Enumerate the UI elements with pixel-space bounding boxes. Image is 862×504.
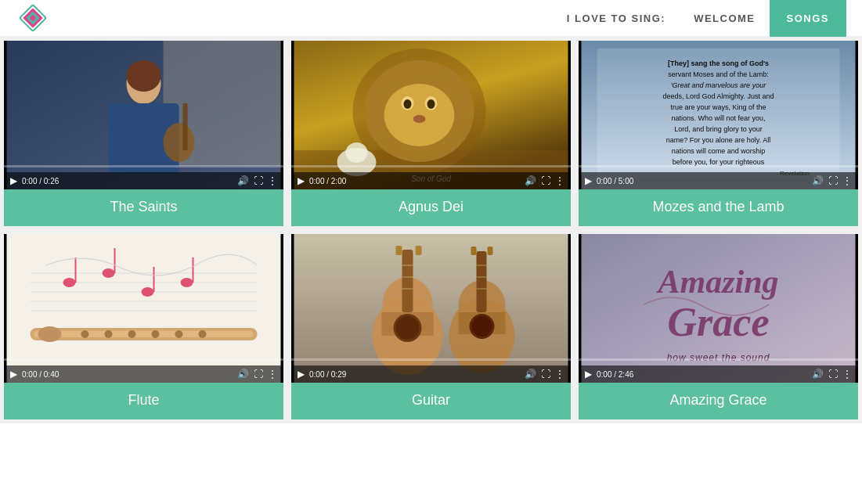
- volume-flute[interactable]: 🔊: [237, 369, 249, 380]
- title-flute: Flute: [4, 383, 283, 419]
- nav-links: I LOVE TO SING: WELCOME SONGS: [553, 0, 846, 37]
- card-mozes: [They] sang the song of God's servant Mo…: [579, 41, 858, 226]
- play-saints[interactable]: ▶: [10, 175, 17, 186]
- progress-bg-guitar: [291, 358, 571, 361]
- controls-flute[interactable]: ▶ 0:00 / 0:40 🔊 ⛶ ⋮: [4, 365, 283, 383]
- svg-point-56: [152, 330, 160, 338]
- svg-rect-81: [471, 247, 477, 255]
- svg-rect-71: [416, 246, 422, 255]
- card-amazing-grace: Amazing Grace how sweet the sound ▶ 0:00…: [579, 234, 858, 419]
- svg-point-9: [164, 123, 195, 162]
- volume-amazing[interactable]: 🔊: [812, 369, 824, 380]
- video-agnus-dei[interactable]: Son of God ▶ 0:00 / 2:00 🔊 ⛶ ⋮: [291, 41, 571, 189]
- nav-welcome[interactable]: WELCOME: [680, 13, 769, 24]
- video-mozes[interactable]: [They] sang the song of God's servant Mo…: [579, 41, 858, 189]
- volume-mozes[interactable]: 🔊: [812, 175, 824, 186]
- fullscreen-amazing[interactable]: ⛶: [828, 369, 838, 380]
- more-saints[interactable]: ⋮: [268, 175, 277, 186]
- play-guitar[interactable]: ▶: [298, 369, 305, 380]
- svg-text:true are your ways, King of th: true are your ways, King of the: [670, 103, 766, 111]
- controls-saints[interactable]: ▶ 0:00 / 0:26 🔊 ⛶ ⋮: [4, 172, 283, 189]
- progress-bg-agnus: [291, 165, 571, 167]
- svg-point-53: [81, 330, 89, 338]
- navigation: I LOVE TO SING: WELCOME SONGS: [0, 0, 862, 37]
- svg-point-20: [413, 115, 426, 123]
- svg-text:Grace: Grace: [668, 300, 770, 344]
- svg-text:Lord, and bring glory to your: Lord, and bring glory to your: [674, 125, 763, 133]
- more-amazing[interactable]: ⋮: [842, 369, 852, 380]
- svg-text:Amazing: Amazing: [655, 264, 778, 300]
- nav-songs[interactable]: SONGS: [770, 0, 846, 37]
- svg-text:nations. Who will not fear you: nations. Who will not fear you,: [671, 114, 765, 122]
- nav-i-love-to-sing[interactable]: I LOVE TO SING:: [553, 13, 680, 24]
- more-flute[interactable]: ⋮: [268, 369, 277, 380]
- svg-point-43: [63, 278, 76, 287]
- volume-agnus[interactable]: 🔊: [525, 175, 536, 186]
- svg-point-47: [142, 287, 154, 297]
- volume-guitar[interactable]: 🔊: [525, 369, 536, 380]
- svg-point-65: [396, 316, 420, 340]
- controls-guitar[interactable]: ▶ 0:00 / 0:29 🔊 ⛶ ⋮: [291, 365, 571, 383]
- title-mozes: Mozes and the Lamb: [579, 189, 858, 226]
- more-guitar[interactable]: ⋮: [555, 369, 564, 380]
- svg-point-22: [346, 142, 368, 163]
- svg-text:deeds, Lord God Almighty. Just: deeds, Lord God Almighty. Just and: [663, 92, 774, 100]
- logo-diamond: [16, 1, 50, 35]
- svg-text:name? For you alone are holy. : name? For you alone are holy. All: [666, 136, 770, 144]
- video-flute[interactable]: ▶ 0:00 / 0:40 🔊 ⛶ ⋮: [4, 234, 283, 383]
- progress-bg-saints: [4, 165, 283, 167]
- cards-grid: ▶ 0:00 / 0:26 🔊 ⛶ ⋮ The Saints: [0, 37, 862, 423]
- svg-point-57: [175, 330, 183, 338]
- svg-point-58: [199, 330, 207, 338]
- time-agnus: 0:00 / 2:00: [309, 177, 520, 185]
- svg-point-49: [181, 278, 193, 287]
- progress-bg-flute: [4, 358, 283, 361]
- logo-icon: [17, 2, 49, 34]
- fullscreen-guitar[interactable]: ⛶: [541, 369, 550, 380]
- logo[interactable]: [16, 1, 50, 35]
- play-agnus[interactable]: ▶: [298, 175, 305, 186]
- fullscreen-saints[interactable]: ⛶: [254, 175, 263, 186]
- svg-point-54: [105, 330, 113, 338]
- more-mozes[interactable]: ⋮: [842, 175, 852, 186]
- fullscreen-agnus[interactable]: ⛶: [541, 175, 550, 186]
- svg-point-76: [472, 316, 492, 337]
- time-saints: 0:00 / 0:26: [22, 177, 233, 185]
- title-saints: The Saints: [4, 189, 283, 226]
- svg-point-59: [38, 326, 62, 342]
- svg-rect-77: [477, 251, 487, 312]
- time-flute: 0:00 / 0:40: [22, 370, 233, 379]
- card-agnus-dei: Son of God ▶ 0:00 / 2:00 🔊 ⛶ ⋮ Agnus Dei: [291, 41, 571, 226]
- title-amazing-grace: Amazing Grace: [579, 383, 858, 419]
- more-agnus[interactable]: ⋮: [555, 175, 564, 186]
- svg-point-19: [427, 99, 435, 109]
- progress-bg-mozes: [579, 165, 858, 167]
- card-saints: ▶ 0:00 / 0:26 🔊 ⛶ ⋮ The Saints: [4, 41, 283, 226]
- time-mozes: 0:00 / 5:00: [597, 177, 807, 185]
- video-guitar[interactable]: ▶ 0:00 / 0:29 🔊 ⛶ ⋮: [291, 234, 571, 383]
- play-amazing[interactable]: ▶: [585, 369, 592, 380]
- volume-saints[interactable]: 🔊: [237, 175, 249, 186]
- svg-rect-82: [488, 247, 493, 255]
- controls-mozes[interactable]: ▶ 0:00 / 5:00 🔊 ⛶ ⋮: [579, 172, 858, 189]
- title-agnus-dei: Agnus Dei: [291, 189, 571, 226]
- svg-text:how sweet the sound: how sweet the sound: [667, 352, 770, 363]
- svg-text:[They] sang the song of God's: [They] sang the song of God's: [668, 59, 769, 67]
- time-amazing: 0:00 / 2:46: [597, 370, 807, 379]
- play-flute[interactable]: ▶: [10, 369, 17, 380]
- svg-rect-10: [183, 103, 188, 150]
- title-guitar: Guitar: [291, 383, 571, 419]
- play-mozes[interactable]: ▶: [585, 175, 592, 186]
- svg-rect-52: [34, 331, 254, 337]
- video-amazing-grace[interactable]: Amazing Grace how sweet the sound ▶ 0:00…: [579, 234, 858, 383]
- fullscreen-mozes[interactable]: ⛶: [828, 175, 838, 186]
- fullscreen-flute[interactable]: ⛶: [254, 369, 263, 380]
- svg-point-18: [404, 99, 412, 109]
- progress-bg-amazing: [579, 358, 858, 361]
- controls-agnus[interactable]: ▶ 0:00 / 2:00 🔊 ⛶ ⋮: [291, 172, 571, 189]
- svg-rect-66: [402, 250, 413, 312]
- time-guitar: 0:00 / 0:29: [309, 370, 520, 379]
- video-saints[interactable]: ▶ 0:00 / 0:26 🔊 ⛶ ⋮: [4, 41, 283, 189]
- card-flute: ▶ 0:00 / 0:40 🔊 ⛶ ⋮ Flute: [4, 234, 283, 419]
- controls-amazing[interactable]: ▶ 0:00 / 2:46 🔊 ⛶ ⋮: [579, 365, 858, 383]
